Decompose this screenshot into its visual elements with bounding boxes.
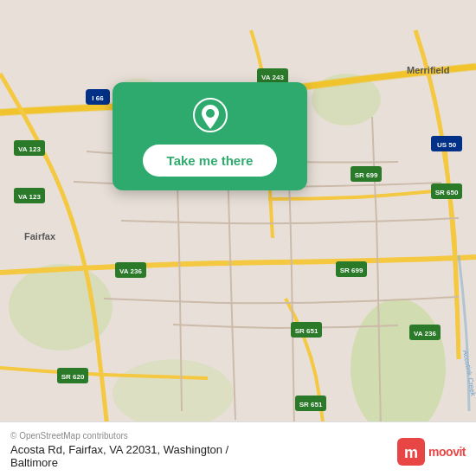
svg-text:VA 123: VA 123 bbox=[18, 193, 41, 201]
bottom-bar: © OpenStreetMap contributors Acosta Rd, … bbox=[0, 421, 476, 476]
svg-text:VA 236: VA 236 bbox=[119, 267, 142, 275]
svg-text:SR 699: SR 699 bbox=[355, 171, 378, 179]
svg-text:m: m bbox=[404, 444, 418, 461]
address-text: Acosta Rd, Fairfax, VA 22031, Washington… bbox=[10, 443, 228, 469]
take-me-there-button[interactable]: Take me there bbox=[143, 145, 278, 177]
svg-text:SR 650: SR 650 bbox=[435, 189, 459, 196]
svg-text:I 66: I 66 bbox=[92, 94, 104, 102]
svg-text:SR 651: SR 651 bbox=[295, 327, 318, 335]
svg-text:SR 620: SR 620 bbox=[61, 373, 85, 381]
copyright-text: © OpenStreetMap contributors bbox=[10, 431, 228, 441]
svg-text:Fairfax: Fairfax bbox=[24, 231, 56, 241]
moovit-text: moovit bbox=[428, 445, 466, 459]
map-svg: I 66 VA 243 VA 123 VA 123 SR 699 US 50 S… bbox=[0, 0, 476, 476]
svg-point-1 bbox=[351, 299, 446, 437]
map-container: I 66 VA 243 VA 123 VA 123 SR 699 US 50 S… bbox=[0, 0, 476, 476]
svg-text:US 50: US 50 bbox=[437, 141, 457, 149]
svg-text:SR 651: SR 651 bbox=[299, 401, 323, 408]
svg-text:VA 243: VA 243 bbox=[261, 74, 284, 81]
svg-text:VA 236: VA 236 bbox=[414, 330, 436, 338]
moovit-logo: m moovit bbox=[397, 438, 466, 466]
location-pin-icon bbox=[191, 98, 229, 136]
card-overlay: Take me there bbox=[113, 82, 307, 190]
svg-point-36 bbox=[206, 109, 215, 118]
svg-point-3 bbox=[113, 359, 234, 428]
svg-text:SR 699: SR 699 bbox=[340, 267, 363, 274]
svg-text:VA 123: VA 123 bbox=[18, 145, 41, 153]
svg-text:Merrifield: Merrifield bbox=[407, 65, 450, 75]
moovit-icon: m bbox=[397, 438, 425, 466]
